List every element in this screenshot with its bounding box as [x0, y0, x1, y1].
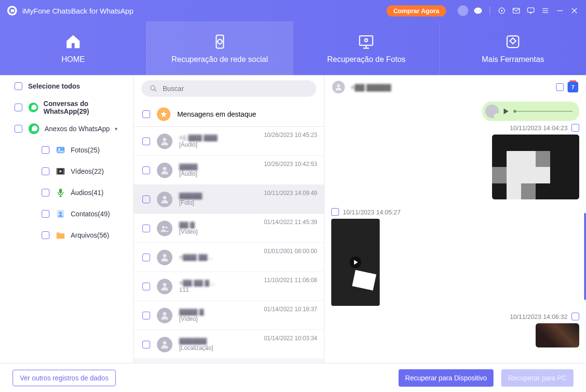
- video-message[interactable]: [331, 219, 380, 306]
- checkbox[interactable]: [142, 283, 150, 290]
- avatar-icon: [157, 163, 172, 178]
- checkbox[interactable]: [142, 196, 150, 203]
- avatar-icon: [157, 192, 172, 207]
- checkbox[interactable]: [42, 146, 49, 154]
- svg-rect-35: [496, 115, 498, 117]
- svg-point-33: [163, 341, 166, 344]
- checkbox[interactable]: [142, 312, 150, 319]
- avatar-icon: [157, 221, 172, 236]
- play-icon[interactable]: [350, 256, 361, 268]
- svg-point-34: [337, 84, 340, 87]
- close-icon[interactable]: [570, 6, 579, 15]
- scrollbar[interactable]: [584, 213, 586, 300]
- discord-icon[interactable]: [473, 6, 483, 15]
- checkbox[interactable]: [42, 167, 49, 175]
- whatsapp-icon: [28, 123, 40, 135]
- checkbox[interactable]: [42, 231, 49, 239]
- sidebar-files-label: Arquivos(56): [71, 231, 109, 239]
- photos-icon: [55, 145, 66, 155]
- checkbox[interactable]: [142, 137, 150, 145]
- buy-now-button[interactable]: Comprar Agora: [386, 5, 446, 16]
- conversation-kind: [Vídeo]: [179, 228, 318, 235]
- sidebar-item-videos[interactable]: Vídeos(22): [0, 161, 133, 182]
- conversation-row[interactable]: ▓▓▓▓▓▓[Localização]01/14/2022 10:03:34: [134, 330, 324, 359]
- avatar-icon: [157, 250, 172, 265]
- conversation-timestamp: 01/14/2022 10:03:34: [264, 335, 317, 342]
- message-checkbox[interactable]: [571, 124, 579, 132]
- mail-icon[interactable]: [511, 6, 521, 15]
- tab-social-recovery[interactable]: Recuperação de rede social: [146, 21, 293, 75]
- avatar-icon: [157, 134, 172, 149]
- avatar-icon: [157, 308, 172, 323]
- search-input[interactable]: [163, 85, 308, 92]
- recover-to-device-button[interactable]: Recuperar para Dispositivo: [399, 369, 494, 387]
- user-avatar-icon[interactable]: [458, 5, 468, 16]
- chat-panel: +▓▓ ▓▓▓▓▓ 7 10/11/2023 14:04:23: [324, 75, 586, 363]
- checkbox[interactable]: [142, 254, 150, 261]
- svg-point-30: [163, 254, 166, 257]
- svg-rect-8: [527, 8, 534, 12]
- svg-point-32: [163, 312, 166, 315]
- tab-home-label: HOME: [62, 55, 85, 64]
- starred-messages-row[interactable]: Mensagens em destaque: [134, 102, 324, 127]
- checkbox[interactable]: [142, 341, 150, 348]
- svg-point-26: [163, 166, 166, 170]
- minimize-icon[interactable]: [555, 6, 565, 15]
- titlebar: iMyFone ChatsBack for WhatsApp Comprar A…: [0, 0, 586, 21]
- message-checkbox[interactable]: [331, 208, 339, 216]
- feedback-icon[interactable]: [526, 6, 536, 15]
- select-all-label: Selecione todos: [28, 82, 80, 90]
- calendar-checkbox[interactable]: [556, 83, 564, 91]
- checkbox[interactable]: [15, 104, 22, 111]
- svg-rect-7: [513, 8, 519, 13]
- sidebar-item-attachments[interactable]: Anexos do WhatsApp ▾: [0, 118, 133, 139]
- checkbox[interactable]: [15, 125, 22, 133]
- audio-track[interactable]: [513, 111, 572, 112]
- avatar-icon: [157, 279, 172, 294]
- select-all-checkbox[interactable]: [15, 82, 22, 90]
- search-box[interactable]: [141, 80, 316, 97]
- sidebar-item-contacts[interactable]: Contatos(49): [0, 203, 133, 225]
- starred-label: Mensagens em destaque: [177, 110, 256, 118]
- tab-more-tools[interactable]: Mais Ferramentas: [439, 21, 586, 75]
- target-icon[interactable]: [497, 6, 507, 15]
- photo-message[interactable]: [536, 323, 579, 347]
- conversation-row[interactable]: +▓▓ ▓▓ ▓ ..11111/10/2021 11:06:08: [134, 272, 324, 301]
- tab-photo-recovery[interactable]: Recuperação de Fotos: [293, 21, 440, 75]
- tab-home[interactable]: HOME: [0, 21, 146, 75]
- menu-icon[interactable]: [540, 6, 550, 15]
- chevron-down-icon: ▾: [115, 126, 118, 132]
- conversation-row[interactable]: +▓▓▓ ▓▓ ..01/01/2001 08:00:00: [134, 243, 324, 272]
- checkbox[interactable]: [142, 225, 150, 232]
- conversation-timestamp: 01/14/2022 11:45:39: [264, 219, 317, 226]
- checkbox[interactable]: [42, 189, 49, 196]
- conversation-row[interactable]: ▓▓▓▓▓[Foto]10/11/2023 14:09:49: [134, 185, 324, 214]
- sidebar-item-files[interactable]: Arquivos(56): [0, 225, 133, 246]
- svg-point-28: [162, 226, 165, 228]
- sidebar-item-photos[interactable]: Fotos(25): [0, 139, 133, 161]
- conversation-row[interactable]: ▓▓▓▓ ▓[Vídeo]01/14/2022 10:18:37: [134, 301, 324, 330]
- sidebar: Selecione todos Conversas do WhatsApp(29…: [0, 75, 134, 363]
- svg-point-29: [165, 226, 167, 228]
- audio-message[interactable]: [482, 102, 579, 121]
- sidebar-item-audios[interactable]: Áudios(41): [0, 182, 133, 203]
- conversation-row[interactable]: +1 ▓▓▓ ▓▓▓[Áudio]10/26/2023 10:45:23: [134, 127, 324, 156]
- checkbox[interactable]: [142, 166, 150, 174]
- checkbox[interactable]: [42, 210, 49, 218]
- checkbox[interactable]: [142, 110, 150, 118]
- conversation-timestamp: 10/11/2023 14:09:49: [264, 190, 317, 196]
- select-all-row[interactable]: Selecione todos: [0, 75, 133, 97]
- message-checkbox[interactable]: [571, 313, 579, 320]
- conversation-timestamp: 10/26/2023 10:42:53: [264, 161, 317, 167]
- calendar-icon[interactable]: 7: [568, 82, 578, 92]
- recover-to-pc-button[interactable]: Recuperar para PC: [501, 369, 573, 387]
- conversation-name: +▓▓▓ ▓▓ ..: [179, 254, 318, 261]
- conversation-row[interactable]: ▓▓▓▓[Áudio]10/26/2023 10:42:53: [134, 156, 324, 185]
- conversation-timestamp: 11/10/2021 11:06:08: [264, 277, 317, 284]
- play-icon[interactable]: [504, 108, 509, 114]
- conversation-row[interactable]: ▓▓ ▓[Vídeo]01/14/2022 11:45:39: [134, 214, 324, 243]
- whatsapp-icon: [28, 102, 39, 113]
- photo-message[interactable]: [492, 135, 579, 199]
- sidebar-item-conversations[interactable]: Conversas do WhatsApp(29): [0, 97, 133, 118]
- other-records-button[interactable]: Ver outros registros de dados: [13, 370, 116, 386]
